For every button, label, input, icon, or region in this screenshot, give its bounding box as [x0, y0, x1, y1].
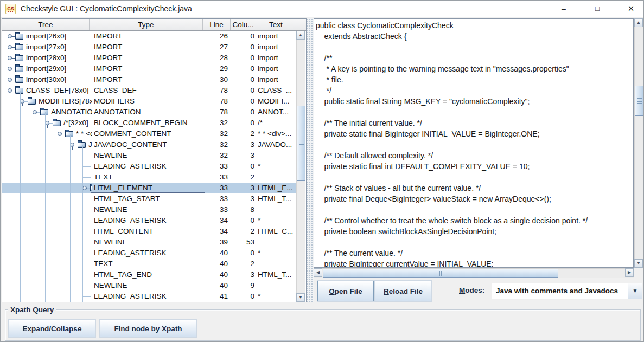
- tree-table-row[interactable]: MODIFIERS[78x0]MODIFIERS780MODIFI...: [2, 96, 297, 107]
- tree-table-row[interactable]: TEXT402: [2, 259, 297, 269]
- line-cell: 29: [203, 63, 228, 74]
- expand-handle-icon[interactable]: [8, 34, 12, 38]
- tree-table-row[interactable]: import[29x0]IMPORT290import: [2, 63, 297, 74]
- scroll-track[interactable]: [322, 268, 625, 277]
- maximize-button[interactable]: □: [585, 1, 610, 17]
- code-horizontal-scrollbar[interactable]: ◀ ▶: [314, 268, 634, 278]
- tree-table-row[interactable]: import[30x0]IMPORT300import: [2, 74, 297, 85]
- tree-table-row[interactable]: HTML_TAG_END403HTML_T...: [2, 269, 297, 280]
- scroll-track[interactable]: [296, 40, 305, 293]
- text-cell: import: [258, 63, 296, 74]
- tree-node-label: /*[32x0]: [63, 118, 88, 128]
- line-cell: 27: [203, 42, 228, 53]
- tree-node-label: CLASS_DEF[78x0]: [26, 85, 89, 96]
- scroll-track[interactable]: [634, 27, 643, 259]
- tree-table-row[interactable]: LEADING_ASTERISK400*: [2, 248, 297, 259]
- column-header-type[interactable]: Type: [90, 19, 203, 30]
- collapse-handle-icon[interactable]: [8, 88, 12, 93]
- table-vertical-scrollbar[interactable]: ▲ ▼: [296, 31, 305, 302]
- tree-cell: [2, 269, 92, 280]
- tree-table-row[interactable]: NEWLINE323: [2, 150, 297, 161]
- scroll-left-button[interactable]: ◀: [314, 268, 322, 277]
- collapse-handle-icon[interactable]: [33, 110, 37, 114]
- line-cell: 40: [203, 259, 228, 269]
- line-cell: 40: [203, 248, 228, 259]
- tree-table-row[interactable]: ANNOTATION[78x0]ANNOTATION780ANNOT...: [2, 107, 297, 118]
- collapse-handle-icon[interactable]: [45, 121, 49, 125]
- code-vertical-scrollbar[interactable]: ▲ ▼: [634, 18, 643, 268]
- expand-handle-icon[interactable]: [8, 45, 12, 49]
- tree-table-row[interactable]: import[27x0]IMPORT270import: [2, 42, 297, 53]
- tree-table-row[interactable]: NEWLINE3953: [2, 237, 297, 248]
- tree-table-row[interactable]: HTML_TAG_START333HTML_T...: [2, 193, 297, 204]
- tree-table-row[interactable]: /*[32x0]BLOCK_COMMENT_BEGIN320/*: [2, 118, 297, 128]
- collapse-handle-icon[interactable]: [20, 99, 24, 104]
- scroll-right-button[interactable]: ▶: [625, 268, 634, 277]
- source-code-area[interactable]: public class CyclomaticComplexityCheck e…: [314, 18, 634, 268]
- tree-table-row[interactable]: LEADING_ASTERISK330*: [2, 161, 297, 172]
- collapse-handle-icon[interactable]: [58, 132, 62, 136]
- thumb-grip-icon: [299, 141, 304, 146]
- tree-cell: /*[32x0]: [2, 118, 92, 128]
- collapse-handle-icon[interactable]: [82, 186, 87, 190]
- line-cell: 28: [203, 53, 228, 63]
- find-node-by-xpath-button[interactable]: Find node by Xpath: [100, 320, 196, 337]
- tree-cell: [2, 291, 92, 302]
- tree-table-row[interactable]: JAVADOC_CONTENTJAVADOC_CONTENT323JAVADO.…: [2, 139, 297, 150]
- tree-table-row[interactable]: LEADING_ASTERISK340*: [2, 215, 297, 226]
- text-cell: [258, 204, 296, 215]
- reload-file-button[interactable]: Reload File: [375, 281, 431, 301]
- tree-cell: JAVADOC_CONTENT: [2, 139, 92, 150]
- column-header-tree[interactable]: Tree: [2, 19, 90, 30]
- tree-table-row[interactable]: TEXT332: [2, 172, 297, 183]
- scroll-thumb[interactable]: [297, 106, 305, 181]
- type-cell: ANNOTATION: [94, 107, 201, 118]
- column-header-line[interactable]: Line: [203, 19, 231, 30]
- minimize-button[interactable]: –: [551, 1, 576, 17]
- text-cell: HTML_E...: [258, 183, 296, 193]
- folder-icon: [15, 66, 23, 72]
- tree-table-row[interactable]: HTML_CONTENT342HTML_C...: [2, 226, 297, 237]
- split-pane-divider[interactable]: [307, 18, 314, 302]
- tree-cell: [2, 248, 92, 259]
- line-cell: 33: [203, 172, 228, 183]
- tree-cell: [2, 161, 92, 172]
- column-cell: 0: [231, 31, 254, 42]
- close-button[interactable]: ✕: [619, 1, 643, 17]
- scroll-up-button[interactable]: ▲: [634, 18, 643, 27]
- expand-handle-icon[interactable]: [8, 78, 12, 82]
- scroll-thumb[interactable]: [323, 269, 558, 278]
- tree-table-row[interactable]: NEWLINE409: [2, 280, 297, 291]
- tree-table-row[interactable]: LEADING_ASTERISK410*: [2, 291, 297, 302]
- tree-table-row[interactable]: HTML_ELEMENT333HTML_E...: [2, 183, 297, 193]
- line-cell: 33: [203, 204, 228, 215]
- scroll-down-button[interactable]: ▼: [634, 259, 643, 268]
- combo-dropdown-arrow-icon[interactable]: ▼: [628, 283, 642, 299]
- tree-cell: import[27x0]: [2, 42, 92, 53]
- expand-handle-icon[interactable]: [8, 67, 12, 71]
- column-header-text[interactable]: Text: [256, 19, 296, 30]
- scroll-up-button[interactable]: ▲: [296, 31, 305, 40]
- tree-table-row[interactable]: * * <div>...COMMENT_CONTENT322* * <div>.…: [2, 128, 297, 139]
- tree-cell: CLASS_DEF[78x0]: [2, 85, 92, 96]
- line-cell: 34: [203, 226, 228, 237]
- tree-node-label: * * <div>...: [76, 128, 92, 139]
- column-cell: 2: [231, 128, 254, 139]
- open-file-button[interactable]: Open File: [317, 281, 374, 301]
- type-cell: LEADING_ASTERISK: [94, 248, 201, 259]
- tree-cell: [2, 204, 92, 215]
- text-cell: *: [258, 291, 296, 302]
- tree-table-row[interactable]: import[28x0]IMPORT280import: [2, 53, 297, 63]
- scroll-thumb[interactable]: [635, 86, 643, 116]
- tree-table-row[interactable]: NEWLINE338: [2, 204, 297, 215]
- modes-combobox[interactable]: Java with comments and Javadocs ▼: [492, 283, 642, 299]
- text-cell: HTML_T...: [258, 269, 296, 280]
- scroll-down-button[interactable]: ▼: [296, 293, 305, 302]
- collapse-handle-icon[interactable]: [70, 143, 74, 147]
- expand-handle-icon[interactable]: [8, 56, 12, 60]
- expand-collapse-button[interactable]: Expand/Collapse: [9, 320, 95, 337]
- tree-table-row[interactable]: CLASS_DEF[78x0]CLASS_DEF780CLASS_...: [2, 85, 297, 96]
- tree-table-row[interactable]: import[26x0]IMPORT260import: [2, 31, 297, 42]
- tree-cell: [2, 172, 92, 183]
- column-header-colu[interactable]: Colu...: [231, 19, 256, 30]
